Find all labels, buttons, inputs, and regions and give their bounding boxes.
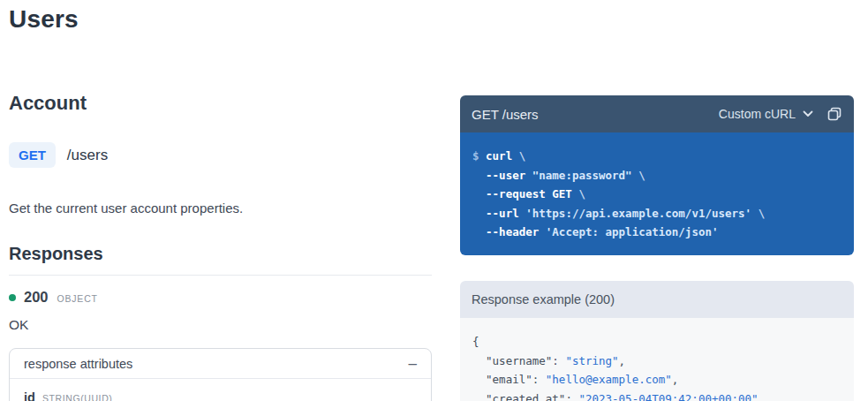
response-example-header: Response example (200)	[460, 281, 854, 318]
code-line: --user "name:password" \	[472, 166, 842, 185]
language-selector-label: Custom cURL	[719, 107, 796, 121]
curl-panel: GET /users Custom cURL $ curl \ --user "…	[460, 95, 854, 255]
page-title: Users	[9, 5, 79, 34]
code-line: --request GET \	[472, 185, 842, 204]
code-line: --url 'https://api.example.com/v1/users'…	[472, 204, 842, 223]
endpoint-path: /users	[67, 147, 108, 164]
code-line: "email": "hello@example.com",	[472, 370, 842, 390]
code-line: $ curl \	[472, 147, 842, 166]
response-attributes-title: response attributes	[24, 357, 132, 371]
section-heading-account: Account	[9, 92, 87, 115]
code-line: --header 'Accept: application/json'	[472, 223, 842, 242]
code-line: {	[472, 332, 842, 352]
code-line: "created_at": "2023-05-04T09:42:00+00:00…	[472, 390, 842, 401]
responses-heading: Responses	[9, 244, 103, 264]
curl-panel-title: GET /users	[472, 107, 539, 122]
code-line: "username": "string",	[472, 352, 842, 371]
method-badge: GET	[9, 142, 56, 168]
attribute-type: STRING(UUID)	[42, 393, 113, 401]
section-divider	[9, 275, 432, 276]
curl-panel-header: GET /users Custom cURL	[460, 95, 854, 132]
curl-panel-controls: Custom cURL	[719, 106, 842, 122]
response-status-row: 200 OBJECT	[9, 289, 98, 306]
status-type-badge: OBJECT	[57, 293, 98, 304]
response-attributes-header[interactable]: response attributes –	[10, 349, 431, 379]
attribute-row-id: id STRING(UUID)	[10, 379, 431, 401]
status-code: 200	[24, 289, 49, 306]
response-attributes-panel: response attributes – id STRING(UUID)	[9, 348, 432, 401]
response-example-code-block: { "username": "string", "email": "hello@…	[460, 318, 854, 401]
attribute-name: id	[24, 390, 35, 401]
copy-icon	[826, 106, 842, 122]
curl-code-block: $ curl \ --user "name:password" \ --requ…	[460, 132, 854, 255]
response-example-title: Response example (200)	[472, 292, 615, 306]
api-docs-page: Users Account GET /users Get the current…	[0, 0, 868, 401]
language-selector[interactable]: Custom cURL	[719, 107, 813, 121]
copy-button[interactable]	[826, 106, 842, 122]
endpoint-row: GET /users	[9, 142, 108, 168]
endpoint-description: Get the current user account properties.	[9, 200, 243, 216]
status-description: OK	[9, 317, 28, 333]
collapse-minus-icon[interactable]: –	[409, 356, 417, 371]
status-dot-icon	[9, 294, 16, 301]
chevron-down-icon	[803, 110, 813, 117]
response-example-panel: Response example (200) { "username": "st…	[460, 281, 854, 401]
